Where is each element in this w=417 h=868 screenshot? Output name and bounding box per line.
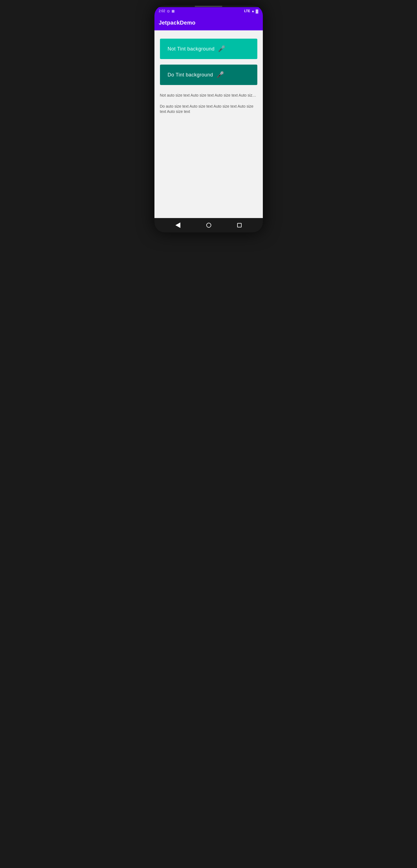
do-tint-button[interactable]: Do Tint background 🎤 — [160, 65, 257, 85]
notch-bar — [195, 6, 222, 7]
signal-icon: ▲ — [251, 9, 255, 13]
recents-icon — [237, 223, 242, 227]
phone-frame: 2:02 ⊙ ▦ LTE ▲ ▓ JetpackDemo Not Tint ba… — [155, 5, 263, 232]
do-tint-mic-icon: 🎤 — [217, 71, 224, 79]
home-button[interactable] — [206, 223, 211, 228]
back-icon — [175, 222, 180, 228]
main-content: Not Tint background 🎤 Do Tint background… — [155, 30, 263, 218]
not-tint-mic-icon: 🎤 — [218, 45, 225, 53]
notification-icon-1: ⊙ — [167, 9, 170, 13]
status-left: 2:02 ⊙ ▦ — [159, 9, 174, 13]
app-title: JetpackDemo — [159, 20, 196, 26]
battery-icon: ▓ — [256, 9, 258, 13]
not-auto-size-text: Not auto size text Auto size text Auto s… — [160, 93, 257, 98]
back-button[interactable] — [175, 222, 180, 228]
home-icon — [206, 223, 211, 228]
not-tint-label: Not Tint background — [168, 46, 215, 52]
do-auto-size-text: Do auto size text Auto size text Auto si… — [160, 104, 257, 115]
app-bar: JetpackDemo — [155, 15, 263, 30]
not-tint-button[interactable]: Not Tint background 🎤 — [160, 39, 257, 59]
do-tint-label: Do Tint background — [168, 72, 213, 78]
notification-icon-2: ▦ — [171, 9, 174, 13]
status-bar: 2:02 ⊙ ▦ LTE ▲ ▓ — [155, 7, 263, 15]
lte-label: LTE — [244, 9, 250, 13]
recents-button[interactable] — [237, 223, 242, 227]
navigation-bar — [155, 218, 263, 232]
time-display: 2:02 — [159, 9, 165, 13]
status-right: LTE ▲ ▓ — [244, 9, 258, 13]
